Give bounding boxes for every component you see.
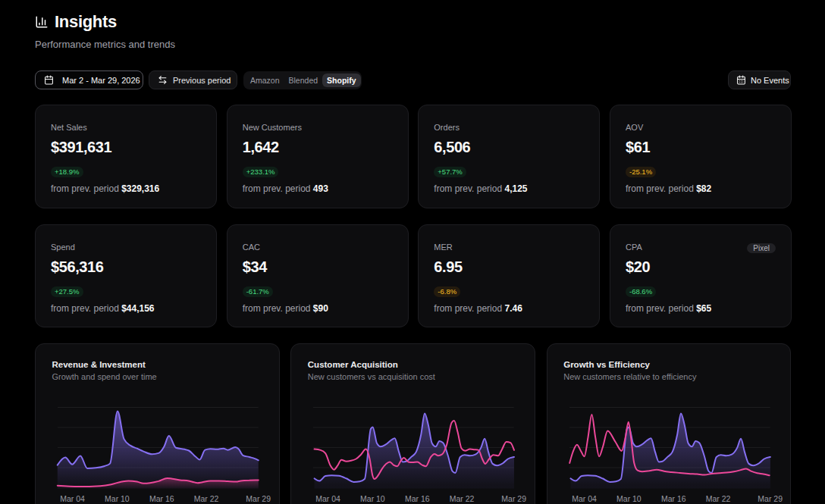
svg-text:Mar 16: Mar 16	[149, 495, 174, 503]
svg-text:Mar 22: Mar 22	[194, 495, 219, 503]
svg-text:Mar 04: Mar 04	[60, 495, 85, 503]
svg-text:Mar 04: Mar 04	[316, 495, 341, 503]
svg-text:Mar 10: Mar 10	[360, 495, 385, 503]
svg-text:Mar 29: Mar 29	[246, 495, 271, 503]
svg-text:Mar 22: Mar 22	[450, 495, 475, 503]
svg-text:Mar 29: Mar 29	[758, 495, 783, 503]
svg-text:Mar 10: Mar 10	[616, 495, 641, 503]
svg-text:Mar 10: Mar 10	[105, 495, 130, 503]
svg-text:Mar 22: Mar 22	[705, 495, 730, 503]
svg-text:Mar 04: Mar 04	[572, 495, 597, 503]
svg-text:Mar 16: Mar 16	[661, 495, 686, 503]
svg-text:Mar 16: Mar 16	[405, 495, 430, 503]
svg-text:Mar 29: Mar 29	[502, 495, 527, 503]
